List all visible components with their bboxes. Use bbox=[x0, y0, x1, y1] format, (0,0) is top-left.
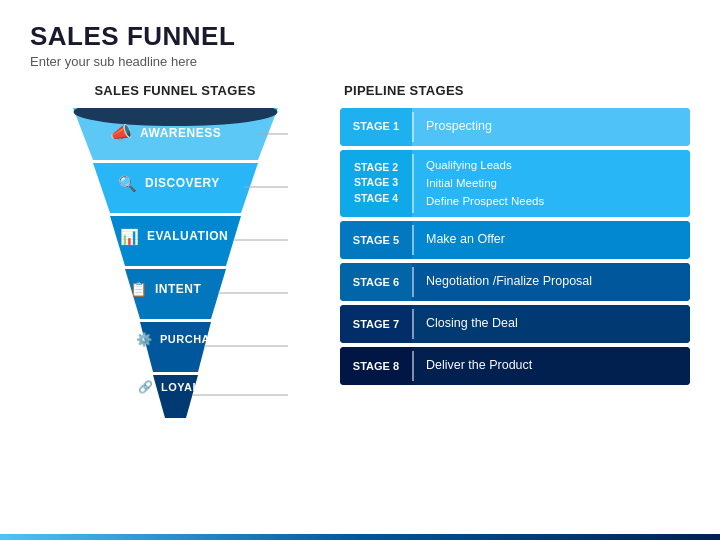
funnel-label-awareness: 📣 AWARENESS bbox=[110, 124, 222, 142]
stage-content-4: Negotiation /Finalize Proposal bbox=[414, 263, 690, 301]
pipeline-row-3: STAGE 5 Make an Offer bbox=[340, 221, 690, 259]
pipeline-row-5: STAGE 7 Closing the Deal bbox=[340, 305, 690, 343]
funnel-section: SALES FUNNEL STAGES bbox=[30, 83, 320, 428]
pipeline-row-2: STAGE 2 STAGE 3 STAGE 4 Qualifying Leads… bbox=[340, 150, 690, 217]
funnel-labels: 📣 AWARENESS 🔍 DISCOVERY 📊 EVALUATION bbox=[48, 108, 303, 428]
funnel-label-purchase: ⚙️ PURCHASE bbox=[136, 333, 226, 346]
content-area: SALES FUNNEL STAGES bbox=[30, 83, 690, 428]
stage-badge-1: STAGE 1 bbox=[340, 108, 412, 146]
stage-badge-6: STAGE 8 bbox=[340, 347, 412, 385]
stage-badge-4: STAGE 6 bbox=[340, 263, 412, 301]
discovery-icon: 🔍 bbox=[118, 176, 138, 191]
funnel-label-intent: 📋 INTENT bbox=[130, 282, 202, 296]
pipeline-heading: PIPELINE STAGES bbox=[340, 83, 690, 98]
stage-content-5: Closing the Deal bbox=[414, 305, 690, 343]
stage-content-6: Deliver the Product bbox=[414, 347, 690, 385]
pipeline-section: PIPELINE STAGES STAGE 1 Prospecting STAG… bbox=[340, 83, 690, 385]
loyalty-icon: 🔗 bbox=[138, 381, 154, 393]
evaluation-icon: 📊 bbox=[120, 229, 140, 244]
funnel-label-evaluation: 📊 EVALUATION bbox=[120, 229, 229, 244]
purchase-icon: ⚙️ bbox=[136, 333, 153, 346]
awareness-icon: 📣 bbox=[110, 124, 133, 142]
stage-content-1: Prospecting bbox=[414, 108, 690, 146]
pipeline-row-4: STAGE 6 Negotiation /Finalize Proposal bbox=[340, 263, 690, 301]
stage-badge-2: STAGE 2 STAGE 3 STAGE 4 bbox=[340, 150, 412, 217]
intent-icon: 📋 bbox=[130, 282, 148, 296]
page-title: SALES FUNNEL bbox=[30, 22, 690, 51]
slide: SALES FUNNEL Enter your sub headline her… bbox=[0, 0, 720, 540]
funnel-container: 📣 AWARENESS 🔍 DISCOVERY 📊 EVALUATION bbox=[48, 108, 303, 428]
stage-content-2: Qualifying Leads Initial Meeting Define … bbox=[414, 150, 690, 217]
stage-badge-3: STAGE 5 bbox=[340, 221, 412, 259]
pipeline-rows: STAGE 1 Prospecting STAGE 2 STAGE 3 STAG… bbox=[340, 108, 690, 385]
bottom-bar bbox=[0, 534, 720, 540]
funnel-label-loyalty: 🔗 LOYALTY bbox=[138, 381, 215, 393]
pipeline-row-1: STAGE 1 Prospecting bbox=[340, 108, 690, 146]
funnel-label-discovery: 🔍 DISCOVERY bbox=[118, 176, 220, 191]
stage-content-3: Make an Offer bbox=[414, 221, 690, 259]
pipeline-row-6: STAGE 8 Deliver the Product bbox=[340, 347, 690, 385]
page-subtitle: Enter your sub headline here bbox=[30, 54, 690, 69]
funnel-heading: SALES FUNNEL STAGES bbox=[94, 83, 255, 98]
stage-badge-5: STAGE 7 bbox=[340, 305, 412, 343]
